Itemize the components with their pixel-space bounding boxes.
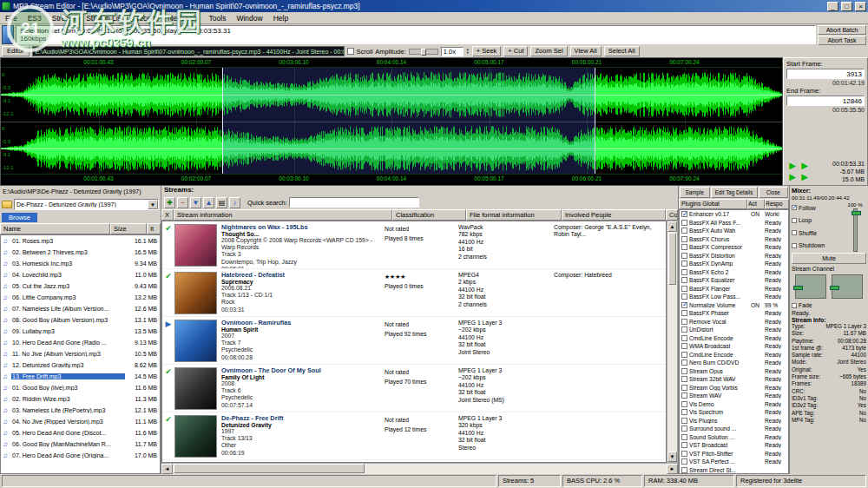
column-header-act[interactable]: Act: [747, 199, 765, 209]
stream-row[interactable]: Hatebreed - Defeatist Supremacy 2006.08.…: [162, 269, 666, 317]
file-name[interactable]: 01. Roses.mp3: [11, 238, 125, 244]
plugin-row[interactable]: Vis Plugins Ready: [680, 417, 788, 425]
column-header-involved-people[interactable]: Involved People: [562, 209, 666, 221]
scroll-up-arrow[interactable]: ▲: [667, 221, 677, 232]
file-name[interactable]: 03. Homesick Inc.mp3: [11, 260, 125, 267]
plugin-row[interactable]: BassFX Echo 2 Ready: [680, 268, 788, 277]
file-row[interactable]: ♫ 04. Lovechild.mp3 11.0 MB: [1, 269, 160, 280]
scroll-left-arrow[interactable]: ◄: [161, 464, 173, 474]
plugin-row[interactable]: BassFX Flanger Ready: [680, 285, 788, 293]
stream-channel-slider-left[interactable]: [795, 274, 826, 299]
plugin-checkbox[interactable]: [681, 467, 687, 473]
file-name[interactable]: 05. Hero Dead And Gone (Discot...: [11, 430, 125, 436]
plugin-checkbox[interactable]: [681, 451, 687, 457]
maximize-button[interactable]: □: [841, 2, 852, 11]
play-button[interactable]: ▶: [799, 172, 811, 183]
sample-button[interactable]: Sample: [680, 187, 710, 198]
stream-status-icon[interactable]: [162, 269, 174, 316]
mute-button[interactable]: Mute: [792, 253, 866, 264]
plugin-row[interactable]: Stream WAV Ready: [680, 392, 788, 400]
column-header-response[interactable]: Respo: [765, 199, 789, 209]
seek-button[interactable]: + Seek: [472, 46, 502, 56]
file-row[interactable]: ♫ 07. Hero Dead And Gone (Origina... 17.…: [1, 450, 160, 461]
plugin-checkbox[interactable]: [681, 310, 687, 316]
plugin-row[interactable]: Nero Burn CD/DVD Ready: [680, 359, 788, 367]
start-frame-value[interactable]: 3913: [786, 69, 865, 79]
column-header-size[interactable]: Size: [110, 223, 147, 234]
plugin-row[interactable]: BassFX Equalizer Ready: [680, 276, 788, 285]
plugin-row[interactable]: Stream 32bit WAV Ready: [680, 375, 788, 384]
file-row[interactable]: ♫ 02. Between 2 Thieves.mp3 16.5 MB: [1, 247, 160, 258]
file-name[interactable]: 09. Lullaby.mp3: [11, 328, 125, 334]
mixer-option-checkbox[interactable]: [792, 218, 797, 223]
file-row[interactable]: ♫ 08. Good Boy (Album Version).mp3 13.1 …: [1, 314, 160, 326]
speed-value[interactable]: 1.0x: [441, 47, 464, 56]
plugin-checkbox[interactable]: [681, 392, 687, 399]
zoom-sel-button[interactable]: Zoom Sel: [530, 46, 567, 56]
plugin-checkbox[interactable]: [681, 418, 687, 424]
plugin-checkbox[interactable]: [681, 211, 687, 217]
plugin-row[interactable]: BassFX Low Pass... Ready: [680, 293, 788, 301]
file-name[interactable]: 05. Cut the Jazz.mp3: [11, 283, 125, 289]
menu-item[interactable]: Help: [268, 14, 293, 23]
mixer-option-checkbox[interactable]: [792, 205, 797, 210]
scroll-right-arrow[interactable]: ►: [667, 464, 678, 474]
save-list-icon[interactable]: ▼: [190, 197, 201, 208]
file-row[interactable]: ♫ 10. Hero Dead And Gone (Radio ... 9.13…: [1, 337, 160, 348]
view-all-button[interactable]: View All: [570, 46, 602, 56]
minimize-button[interactable]: _: [827, 2, 838, 11]
file-row[interactable]: ♫ 05. Hero Dead And Gone (Discot... 11.6…: [1, 427, 160, 439]
plugin-row[interactable]: Normalize Volume ON 99 %: [680, 301, 788, 310]
plugin-row[interactable]: Stream Ogg Vorbis Ready: [680, 384, 788, 392]
plugin-checkbox[interactable]: [681, 228, 687, 234]
plugin-row[interactable]: CmdLine Encode Ready: [680, 351, 788, 359]
amplitude-slider[interactable]: [409, 49, 438, 55]
plugin-checkbox[interactable]: [681, 442, 687, 448]
play-button[interactable]: ▶: [799, 161, 811, 172]
editor-tab[interactable]: Editor: [2, 46, 30, 56]
plugin-row[interactable]: BassFX Distortion Ready: [680, 252, 788, 260]
column-header-comments[interactable]: Comm: [666, 209, 678, 221]
plugin-row[interactable]: WMA Broadcast Ready: [680, 342, 788, 351]
plugin-row[interactable]: BassFX Phaser Ready: [680, 309, 788, 318]
plugin-checkbox[interactable]: [681, 434, 687, 440]
mixer-option-row[interactable]: Shutdown: [792, 242, 844, 248]
load-list-icon[interactable]: ▲: [203, 197, 214, 208]
stream-status-icon[interactable]: [162, 221, 174, 268]
play-button[interactable]: ▶: [786, 172, 799, 183]
column-header-name[interactable]: Name: [0, 223, 110, 234]
menu-item[interactable]: Stream: [47, 14, 81, 23]
file-row[interactable]: ♫ 01. Roses.mp3 16.1 MB: [1, 235, 160, 247]
plugin-row[interactable]: BassFX DynAmp Ready: [680, 260, 788, 268]
tag-icon[interactable]: ♪: [229, 197, 240, 208]
plugin-row[interactable]: BassFX All Pass F... Ready: [680, 219, 788, 228]
plugin-checkbox[interactable]: [681, 277, 687, 283]
plugin-row[interactable]: BassFX Chorus Ready: [680, 235, 788, 244]
file-row[interactable]: ♫ 01. Good Boy (live).mp3 11.6 MB: [1, 382, 160, 393]
file-row[interactable]: ♫ 07. Nameless Life (Album Version... 12…: [1, 303, 160, 314]
file-name[interactable]: 06. Little Company.mp3: [11, 294, 125, 300]
scroll-thumb[interactable]: [668, 233, 676, 285]
master-volume-slider[interactable]: [853, 208, 858, 252]
menu-item[interactable]: File: [0, 14, 23, 23]
stream-row[interactable]: Ovnimoon - The Door Of My Soul Family Of…: [162, 365, 666, 412]
plugin-checkbox[interactable]: [681, 401, 687, 407]
plugin-row[interactable]: BassFX Auto Wah Ready: [680, 227, 788, 235]
waveform-selection[interactable]: [222, 68, 595, 174]
column-header-file-format[interactable]: File format information: [466, 209, 562, 221]
file-row[interactable]: ♫ 09. Lullaby.mp3 13.5 MB: [1, 326, 160, 337]
stream-channel-slider-right[interactable]: [832, 274, 863, 299]
plugin-checkbox[interactable]: [681, 253, 687, 259]
stream-row[interactable]: Nightmares on Wax - 195Lbs Thought So...…: [162, 221, 666, 269]
edit-tag-details-button[interactable]: Edit Tag Details: [711, 187, 758, 198]
plugin-row[interactable]: Stream Direct St...: [680, 466, 788, 475]
plugin-checkbox[interactable]: [681, 244, 687, 250]
chevron-down-icon[interactable]: ▼: [148, 200, 158, 209]
menu-item[interactable]: Window: [231, 14, 267, 23]
plugin-row[interactable]: CmdLine Encode Ready: [680, 334, 788, 343]
plugin-row[interactable]: Vis Spectrum Ready: [680, 408, 788, 417]
plugin-checkbox[interactable]: [681, 302, 687, 308]
plugin-row[interactable]: Stream Opus Ready: [680, 367, 788, 376]
file-row[interactable]: ♫ 03. Homesick Inc.mp3 9.34 MB: [1, 258, 160, 269]
column-header-classification[interactable]: Classification: [392, 209, 466, 221]
